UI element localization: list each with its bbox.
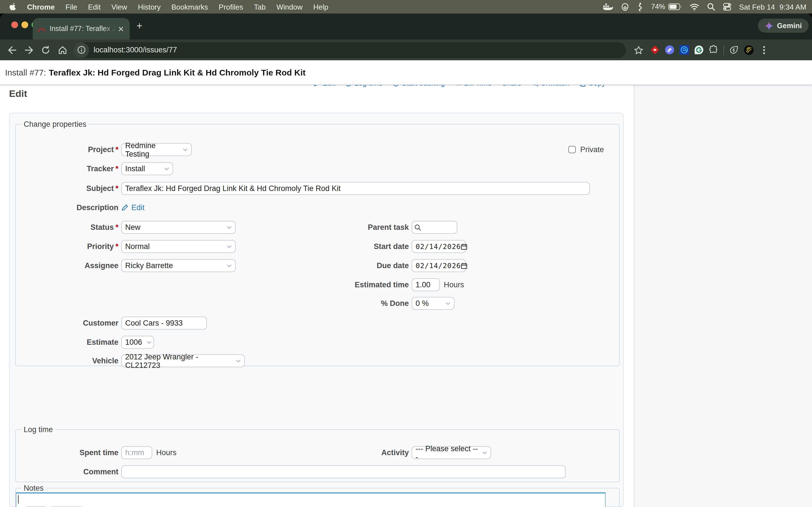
customer-row: Customer (16, 317, 309, 330)
action-bill-time-link[interactable]: Bill Time (455, 85, 492, 87)
browser-menu-kebab-icon[interactable] (759, 42, 769, 58)
estimate-select[interactable]: 1006 (121, 336, 154, 349)
log-time-fieldset: Log time Spent time Hours Activity --- P… (15, 425, 620, 482)
docker-menu-icon[interactable] (603, 3, 613, 11)
activity-select[interactable]: --- Please select --- (412, 446, 491, 459)
vehicle-select[interactable]: 2012 Jeep Wrangler - CL212723 (121, 354, 245, 367)
battery-icon (668, 3, 681, 10)
priority-label: Priority (87, 242, 114, 251)
tab-close-icon[interactable] (118, 26, 123, 31)
percent-done-select[interactable]: 0 % (412, 297, 455, 310)
battery-percent: 74% (651, 3, 665, 11)
menubar-app-name[interactable]: Chrome (27, 3, 55, 11)
comment-input[interactable] (121, 465, 566, 478)
forward-button[interactable] (20, 42, 37, 58)
control-center-icon[interactable] (723, 3, 731, 11)
percent-done-row: % Done 0 % (287, 297, 523, 310)
apple-menu-icon[interactable] (9, 2, 16, 11)
menubar-file[interactable]: File (65, 3, 77, 11)
log-time-legend: Log time (21, 425, 55, 434)
status-row: Status* New (16, 221, 253, 234)
menubar-history[interactable]: History (138, 3, 161, 11)
edit-form-box: Change properties Project* Redmine Testi… (9, 113, 624, 507)
required-asterisk: * (115, 223, 118, 231)
tracker-select[interactable]: Install (121, 162, 173, 175)
assignee-select[interactable]: Ricky Barrette (121, 259, 236, 272)
profile-avatar[interactable] (744, 45, 754, 55)
issue-action-toolbar-clipped: Edit Log time Start tracking Bill Time S… (313, 85, 622, 90)
extension-icon-red[interactable] (650, 45, 660, 55)
new-tab-button[interactable]: + (137, 20, 142, 32)
menubar-date[interactable]: Sat Feb 14 (739, 3, 775, 11)
menubar-help[interactable]: Help (313, 3, 328, 11)
minimize-window-button[interactable] (21, 21, 28, 28)
gemini-label: Gemini (777, 21, 802, 30)
action-edit-link[interactable]: Edit (313, 85, 335, 87)
browser-tab[interactable]: Install #77: Teraflex Jk: Hd Fo (33, 18, 130, 40)
due-date-label: Due date (377, 262, 409, 270)
app-menu-icon-1[interactable] (620, 3, 629, 11)
issue-id: Install #77: (5, 68, 46, 77)
private-label: Private (580, 145, 604, 154)
home-button[interactable] (54, 42, 71, 58)
project-select[interactable]: Redmine Testing (121, 143, 192, 156)
action-copy-link[interactable]: Copy (579, 85, 606, 87)
spotlight-search-icon[interactable] (707, 3, 715, 11)
app-menu-icon-2[interactable] (637, 2, 643, 11)
menubar-view[interactable]: View (111, 3, 127, 11)
back-button[interactable] (3, 42, 20, 58)
calendar-icon[interactable] (461, 262, 468, 269)
menubar-edit[interactable]: Edit (88, 3, 101, 11)
assignee-row: Assignee Ricky Barrette (16, 259, 253, 272)
text-cursor (18, 495, 18, 504)
customer-input[interactable] (121, 317, 207, 330)
bookmark-star-icon[interactable] (631, 42, 645, 58)
parent-task-label: Parent task (368, 223, 409, 231)
calendar-icon[interactable] (461, 243, 468, 250)
chevron-down-icon (183, 148, 188, 151)
spent-time-input[interactable] (121, 446, 152, 459)
description-edit-link[interactable]: Edit (132, 203, 145, 212)
battery-saver-leaf-icon[interactable] (729, 45, 739, 55)
chevron-down-icon (164, 167, 169, 170)
start-date-input[interactable]: 02/14/2026 (412, 240, 466, 253)
description-row: Description Edit (16, 201, 253, 214)
menubar-bookmarks[interactable]: Bookmarks (171, 3, 208, 11)
menubar-window[interactable]: Window (276, 3, 303, 11)
estimated-time-input[interactable] (412, 278, 440, 291)
site-info-icon[interactable] (73, 42, 89, 58)
project-row: Project* Redmine Testing (16, 143, 253, 156)
menubar-tab[interactable]: Tab (254, 3, 266, 11)
gemini-sparkle-icon (765, 21, 774, 30)
parent-task-input[interactable] (412, 221, 457, 234)
gemini-button[interactable]: Gemini (758, 18, 809, 33)
action-start-tracking-link[interactable]: Start tracking (393, 85, 445, 87)
extensions-puzzle-icon[interactable] (709, 45, 718, 55)
url-bar[interactable]: localhost:3000/issues/77 (73, 42, 626, 58)
private-checkbox[interactable] (568, 146, 576, 153)
status-select[interactable]: New (121, 221, 236, 234)
extension-icon-blue-at[interactable] (679, 45, 689, 55)
subject-input[interactable] (121, 182, 590, 195)
close-window-button[interactable] (11, 21, 18, 28)
grammarly-icon[interactable] (694, 45, 704, 55)
extension-icon-indigo[interactable] (665, 45, 674, 55)
action-log-time-link[interactable]: Log time (345, 85, 383, 87)
start-date-row: Start date 02/14/2026 (287, 240, 523, 253)
action-unwatch-link[interactable]: Unwatch (531, 85, 569, 87)
priority-select[interactable]: Normal (121, 240, 236, 253)
due-date-input[interactable]: 02/14/2026 (412, 259, 466, 272)
chrome-window: Install #77: Teraflex Jk: Hd Fo + Gemini… (0, 13, 812, 507)
change-properties-fieldset: Change properties Project* Redmine Testi… (15, 120, 620, 366)
notes-textarea[interactable] (16, 492, 606, 507)
spent-time-row: Spent time Hours (16, 446, 253, 459)
reload-button[interactable] (37, 42, 54, 58)
action-share-link[interactable]: Share (502, 85, 521, 87)
start-date-label: Start date (373, 242, 409, 251)
edit-section-heading: Edit (9, 89, 27, 100)
menubar-profiles[interactable]: Profiles (219, 3, 243, 11)
hours-suffix: Hours (444, 281, 464, 289)
chevron-down-icon (147, 341, 152, 344)
wifi-icon[interactable] (689, 3, 699, 10)
vehicle-label: Vehicle (92, 356, 118, 365)
